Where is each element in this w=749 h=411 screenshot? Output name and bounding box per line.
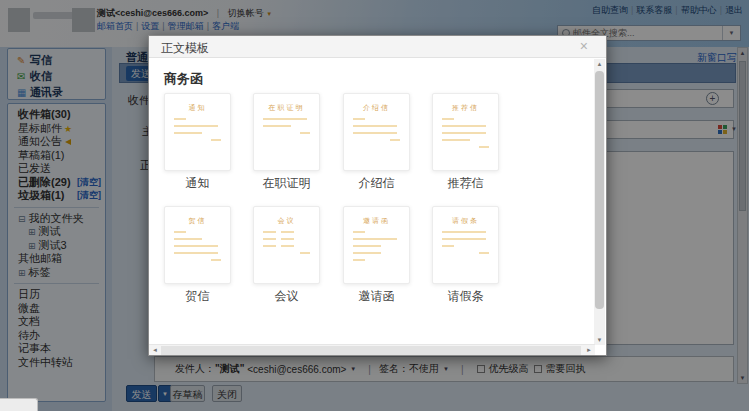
template-label-贺信[interactable]: 贺信 [164,288,231,305]
close-icon[interactable]: × [580,39,588,53]
template-label-会议[interactable]: 会议 [253,288,320,305]
preview-line [442,231,486,233]
template-label-邀请函[interactable]: 邀请函 [343,288,410,305]
template-card-在职证明[interactable]: 在职证明 [253,93,320,171]
template-preview-title: 贺信 [174,216,221,226]
scroll-right-icon[interactable]: ► [586,347,592,353]
preview-line [442,139,470,141]
template-card-介绍信[interactable]: 介绍信 [343,93,410,171]
template-card-会议[interactable]: 会议 [253,206,320,284]
template-label-请假条[interactable]: 请假条 [432,288,499,305]
preview-line [211,259,221,261]
template-preview-title: 邀请函 [353,216,400,226]
template-preview-title: 介绍信 [353,103,400,113]
scrollbar-thumb[interactable] [595,71,604,309]
template-card-推荐信[interactable]: 推荐信 [432,93,499,171]
preview-line [353,252,381,254]
dialog-vertical-scrollbar[interactable]: ▲ ▼ [594,59,605,345]
template-preview-title: 会议 [263,216,310,226]
body-template-dialog: 正文模板 × 商务函 通知通知在职证明在职证明介绍信介绍信推荐信推荐信贺信贺信会… [148,35,607,356]
preview-line [263,125,291,127]
preview-line [174,125,218,127]
preview-line [174,238,202,240]
preview-line [479,146,489,148]
preview-line [479,252,489,254]
template-card-请假条[interactable]: 请假条 [432,206,499,284]
preview-line [442,245,454,247]
preview-line [353,118,365,120]
preview-line [353,231,365,233]
preview-line [353,259,365,261]
template-card-通知[interactable]: 通知 [164,93,231,171]
preview-line [442,238,486,240]
template-preview-title: 请假条 [442,216,489,226]
preview-line [174,245,218,247]
preview-line [442,125,486,127]
preview-line [300,252,310,254]
preview-line-pair [263,238,310,240]
template-label-介绍信[interactable]: 介绍信 [343,175,410,192]
dialog-title: 正文模板 [161,40,209,57]
section-title-business-letters: 商务函 [164,70,203,88]
scroll-down-icon[interactable]: ▼ [594,337,605,343]
scroll-left-icon[interactable]: ◄ [152,347,158,353]
browser-status-tooltip [0,398,38,411]
template-card-邀请函[interactable]: 邀请函 [343,206,410,284]
template-preview-title: 在职证明 [263,103,310,113]
preview-line [263,118,307,120]
preview-line [353,245,381,247]
template-card-贺信[interactable]: 贺信 [164,206,231,284]
preview-line [353,125,397,127]
template-preview-title: 通知 [174,103,221,113]
template-preview-title: 推荐信 [442,103,489,113]
preview-line [174,118,186,120]
dialog-horizontal-scrollbar[interactable]: ◄ ► [149,344,595,355]
template-label-推荐信[interactable]: 推荐信 [432,175,499,192]
preview-line-pair [263,231,310,233]
scrollbar-thumb[interactable] [161,346,581,355]
preview-line [174,132,202,134]
template-label-在职证明[interactable]: 在职证明 [253,175,320,192]
preview-line [353,238,397,240]
preview-line [353,132,397,134]
preview-line [442,118,454,120]
preview-line [211,139,221,141]
preview-line [174,252,218,254]
dialog-header: 正文模板 × [149,36,606,58]
preview-line [300,132,310,134]
template-label-通知[interactable]: 通知 [164,175,231,192]
preview-line [442,132,486,134]
preview-line [390,139,400,141]
scroll-up-icon[interactable]: ▲ [594,61,605,67]
preview-line [174,231,186,233]
preview-line-pair [263,245,310,247]
